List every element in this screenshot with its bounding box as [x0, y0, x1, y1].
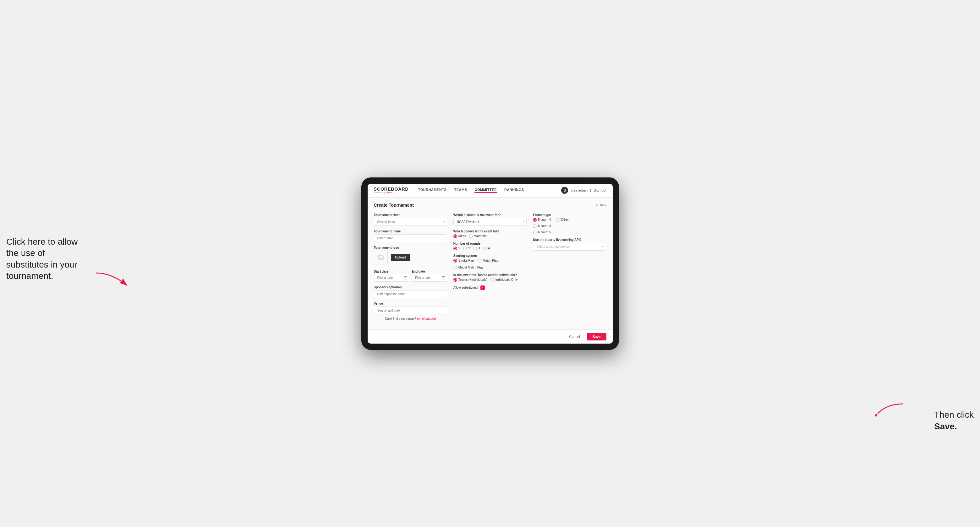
nav-links: TOURNAMENTS TEAMS COMMITTEE RANKINGS: [418, 188, 562, 193]
start-date-wrap: 📅: [374, 274, 409, 282]
round-2[interactable]: 2: [463, 246, 470, 250]
nav-tournaments[interactable]: TOURNAMENTS: [418, 188, 447, 193]
radio-6count4-icon: [533, 224, 537, 228]
page-content: Create Tournament < Back Tournament Host…: [368, 198, 613, 329]
allow-substitutes-checkbox[interactable]: ✓: [480, 286, 485, 290]
allow-substitutes-row: Allow substitutes? ✓: [453, 286, 527, 290]
form-section-middle: Which division is the event for? NCAA Di…: [453, 213, 527, 321]
nav-right: B blair admin | Sign out: [561, 187, 606, 194]
gender-field: Which gender is the event for? Mens Wome…: [453, 230, 527, 238]
round-3[interactable]: 3: [473, 246, 480, 250]
form-section-right: Format type 5 count 4 Other: [533, 213, 606, 321]
format-type-options: 5 count 4 Other 6 count 4: [533, 218, 606, 234]
end-date-label: End date: [412, 270, 425, 273]
annotation-right: Then click Save.: [934, 409, 974, 432]
annotation-save-bold: Save.: [934, 421, 957, 431]
allow-substitutes-label: Allow substitutes?: [453, 286, 479, 289]
allow-substitutes-field: Allow substitutes? ✓: [453, 286, 527, 290]
nav-rankings[interactable]: RANKINGS: [504, 188, 524, 193]
third-party-label: Use third-party live scoring API?: [533, 238, 606, 241]
rounds-field: Number of rounds 1 2: [453, 242, 527, 250]
radio-stroke-icon: [453, 259, 457, 263]
radio-round4-icon: [483, 246, 487, 250]
cancel-button[interactable]: Cancel: [566, 333, 584, 340]
tablet-frame: SCOREBOARD Powered by clippd TOURNAMENTS…: [361, 178, 619, 350]
venue-input[interactable]: [374, 306, 447, 314]
annotation-left: Click here to allow the use of substitut…: [6, 236, 88, 282]
tournament-name-input[interactable]: [374, 234, 447, 242]
end-date-wrap: 📅: [412, 274, 447, 282]
radio-individuals-icon: [490, 278, 494, 282]
sign-out-link[interactable]: Sign out: [593, 189, 606, 192]
scoring-radio-group: Stroke Play Match Play Medal Match Play: [453, 259, 527, 270]
rounds-label: Number of rounds: [453, 242, 527, 245]
teams-radio-group: Teams (+Individuals) Individuals Only: [453, 278, 527, 282]
logo-placeholder-icon: [374, 251, 388, 264]
radio-round2-icon: [463, 246, 467, 250]
nav-committee[interactable]: COMMITTEE: [474, 188, 497, 193]
end-date-field: End date 📅: [412, 268, 447, 282]
venue-select-wrap: ▾: [374, 306, 447, 314]
rounds-radio-group: 1 2 3 4: [453, 246, 527, 250]
scoring-system-field: Scoring system Stroke Play Match Play: [453, 254, 527, 270]
individuals-only[interactable]: Individuals Only: [490, 278, 518, 282]
tournament-name-label: Tournament name: [374, 230, 447, 233]
logo-powered: Powered by clippd: [374, 191, 409, 194]
format-row-1: 5 count 4 Other: [533, 218, 606, 222]
arrow-right-icon: [875, 401, 906, 416]
scoring-match-play[interactable]: Match Play: [477, 259, 498, 263]
radio-teams-icon: [453, 278, 457, 282]
teams-label: Is this event for Teams and/or Individua…: [453, 273, 527, 277]
division-select-wrap: NCAA Division I ▾: [453, 218, 527, 226]
back-link[interactable]: < Back: [596, 203, 606, 207]
svg-point-2: [379, 256, 380, 257]
sponsor-input[interactable]: [374, 290, 447, 298]
form-section-left: Tournament Host ▾ Tournament name Tourna…: [374, 213, 447, 321]
arrow-left-icon: [93, 270, 130, 289]
form-footer: Cancel Save: [368, 329, 613, 344]
scoring-service-wrap: Select a scoring service ▾: [533, 243, 606, 251]
nav-teams[interactable]: TEAMS: [454, 188, 467, 193]
logo-area: SCOREBOARD Powered by clippd: [374, 187, 409, 194]
third-party-field: Use third-party live scoring API? Select…: [533, 238, 606, 251]
scoring-service-select[interactable]: Select a scoring service: [533, 243, 606, 251]
form-grid: Tournament Host ▾ Tournament name Tourna…: [374, 213, 606, 321]
page-header: Create Tournament < Back: [374, 203, 606, 208]
format-5count4[interactable]: 5 count 4: [533, 218, 551, 222]
teams-plus-individuals[interactable]: Teams (+Individuals): [453, 278, 487, 282]
sponsor-label: Sponsor (optional): [374, 286, 447, 289]
venue-field: Venue ▾ Can't find your venue? email sup…: [374, 302, 447, 321]
calendar-end-icon: 📅: [441, 276, 445, 279]
upload-button[interactable]: Upload: [391, 254, 410, 261]
gender-womens[interactable]: Womens: [469, 234, 487, 238]
tournament-host-input[interactable]: [374, 218, 447, 226]
round-4[interactable]: 4: [483, 246, 490, 250]
gender-label: Which gender is the event for?: [453, 230, 527, 233]
radio-other-icon: [556, 218, 560, 222]
navbar: SCOREBOARD Powered by clippd TOURNAMENTS…: [368, 184, 613, 198]
format-other[interactable]: Other: [556, 218, 569, 222]
calendar-icon: 📅: [403, 276, 407, 279]
tournament-host-label: Tournament Host: [374, 213, 447, 217]
radio-round3-icon: [473, 246, 477, 250]
nav-separator: |: [590, 189, 591, 192]
logo-upload-area: Upload: [374, 251, 447, 264]
division-select[interactable]: NCAA Division I: [453, 218, 527, 226]
gender-mens[interactable]: Mens: [453, 234, 466, 238]
format-type-field: Format type 5 count 4 Other: [533, 213, 606, 234]
scoring-stroke-play[interactable]: Stroke Play: [453, 259, 474, 263]
round-1[interactable]: 1: [453, 246, 460, 250]
venue-label: Venue: [374, 302, 447, 305]
format-6count5[interactable]: 6 count 5: [533, 230, 606, 234]
teams-individuals-field: Is this event for Teams and/or Individua…: [453, 273, 527, 282]
save-button[interactable]: Save: [587, 333, 606, 340]
radio-womens-icon: [469, 234, 473, 238]
email-support-link[interactable]: email support: [417, 317, 436, 321]
format-6count4[interactable]: 6 count 4: [533, 224, 606, 228]
date-fields: Start date 📅 End date 📅: [374, 268, 447, 282]
tournament-host-select-wrap: ▾: [374, 218, 447, 226]
scoring-medal-match[interactable]: Medal Match Play: [453, 266, 483, 270]
radio-round1-icon: [453, 246, 457, 250]
tournament-host-field: Tournament Host ▾: [374, 213, 447, 226]
date-row: Start date 📅 End date 📅: [374, 268, 447, 282]
